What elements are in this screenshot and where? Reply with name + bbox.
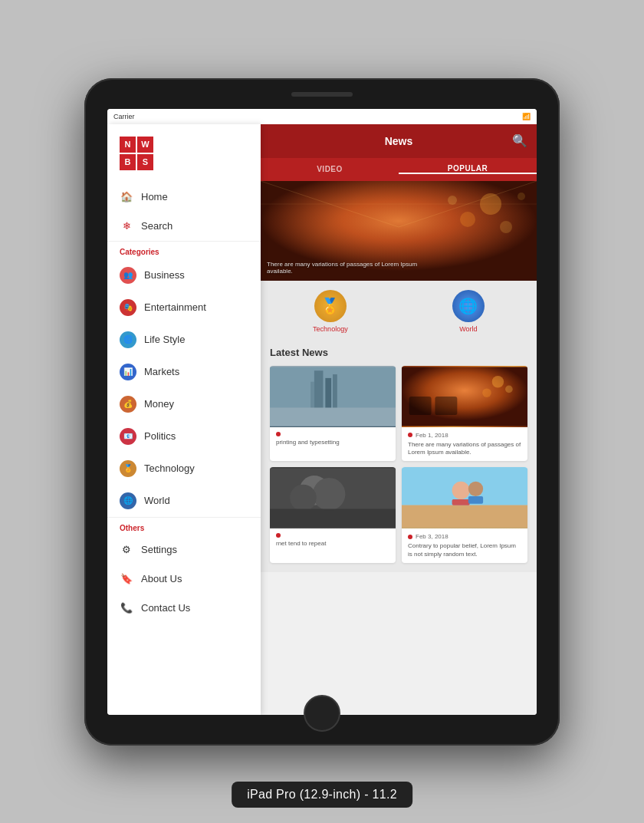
news-date-dot-3 <box>276 533 281 538</box>
news-body-1: printing and typesetting <box>270 427 396 451</box>
logo-cell-b: B <box>120 154 136 170</box>
nav-item-about[interactable]: 🔖 About Us <box>107 565 261 594</box>
world-circle-label: World <box>459 325 477 333</box>
contact-label: Contact Us <box>141 602 190 614</box>
nav-item-politics[interactable]: 📧 Politics <box>107 420 261 453</box>
money-label: Money <box>144 398 174 410</box>
logo-cell-w: W <box>137 137 153 153</box>
search-icon: ❄ <box>120 219 133 233</box>
news-text-3: rnet tend to repeat <box>276 540 389 548</box>
news-text-1: printing and typesetting <box>276 439 389 446</box>
search-label: Search <box>141 220 172 232</box>
nav-item-lifestyle[interactable]: 🌀 Life Style <box>107 324 261 356</box>
news-date-3 <box>276 533 389 538</box>
svg-point-17 <box>482 388 491 397</box>
svg-point-5 <box>460 212 475 227</box>
nav-item-technology[interactable]: 🏅 Technology <box>107 453 261 485</box>
logo-grid: N W B S <box>120 137 153 170</box>
home-label: Home <box>141 191 168 202</box>
screen: Carrier 📶 N W B S <box>107 109 537 715</box>
search-top-icon[interactable]: 🔍 <box>512 133 527 148</box>
markets-icon: 📊 <box>120 364 136 380</box>
svg-point-24 <box>290 485 317 512</box>
news-img-beach <box>402 467 527 528</box>
news-img-industrial <box>270 366 396 427</box>
news-date-1 <box>276 432 389 436</box>
nav-item-home[interactable]: 🏠 Home <box>107 183 261 212</box>
nav-item-markets[interactable]: 📊 Markets <box>107 356 261 388</box>
latest-news-header: Latest News <box>261 342 537 363</box>
about-icon: 🔖 <box>120 572 133 586</box>
svg-rect-30 <box>452 499 470 505</box>
hero-image: There are many variations of passages of… <box>261 181 537 281</box>
news-grid: printing and typesetting <box>261 363 537 573</box>
technology-circle-label: Technology <box>313 325 348 333</box>
news-date-dot-2 <box>408 433 412 437</box>
device-label: iPad Pro (12.9-inch) - 11.2 <box>232 782 412 808</box>
news-date-dot-4 <box>408 535 412 539</box>
svg-point-28 <box>452 482 470 499</box>
home-icon: 🏠 <box>120 190 133 204</box>
app-container: N W B S 🏠 Home ❄ Search <box>107 124 537 715</box>
tab-bar: VIDEO POPULAR <box>261 158 537 181</box>
technology-label: Technology <box>144 463 195 474</box>
cat-circle-technology[interactable]: 🏅 Technology <box>313 290 348 333</box>
svg-point-16 <box>492 375 504 387</box>
nav-item-money[interactable]: 💰 Money <box>107 388 261 420</box>
politics-icon: 📧 <box>120 428 136 445</box>
news-body-4: Feb 3, 2018 Contrary to popular belief, … <box>402 528 527 563</box>
nav-item-entertainment[interactable]: 🎭 Entertainment <box>107 291 261 324</box>
news-date-text-4: Feb 3, 2018 <box>416 533 449 540</box>
logo-cell-n: N <box>120 137 136 153</box>
settings-label: Settings <box>141 544 177 555</box>
news-date-4: Feb 3, 2018 <box>408 533 521 540</box>
svg-point-23 <box>313 478 345 510</box>
carrier-label: Carrier <box>113 113 135 120</box>
news-text-4: Contrary to popular belief, Lorem Ipsum … <box>408 542 521 558</box>
nav-item-search[interactable]: ❄ Search <box>107 212 261 241</box>
svg-point-4 <box>480 193 501 215</box>
categories-section-label: Categories <box>107 241 261 259</box>
markets-label: Markets <box>144 366 179 377</box>
technology-icon: 🏅 <box>120 460 136 477</box>
svg-rect-27 <box>402 505 527 528</box>
svg-rect-19 <box>409 397 432 415</box>
business-icon: 👥 <box>120 267 136 284</box>
tab-popular[interactable]: POPULAR <box>399 164 537 174</box>
svg-point-6 <box>500 221 512 233</box>
app-title: News <box>385 135 413 147</box>
lifestyle-icon: 🌀 <box>120 331 136 348</box>
nav-item-business[interactable]: 👥 Business <box>107 259 261 291</box>
sidebar: N W B S 🏠 Home ❄ Search <box>107 124 261 715</box>
tab-video[interactable]: VIDEO <box>261 165 399 173</box>
settings-icon: ⚙ <box>120 543 133 557</box>
technology-circle: 🏅 <box>314 290 347 322</box>
svg-rect-31 <box>468 496 483 504</box>
news-card-3[interactable]: rnet tend to repeat <box>270 467 396 563</box>
news-date-dot-1 <box>276 432 281 436</box>
politics-label: Politics <box>144 430 176 442</box>
news-body-3: rnet tend to repeat <box>270 528 396 552</box>
news-card-1[interactable]: printing and typesetting <box>270 366 396 462</box>
news-card-4[interactable]: Feb 3, 2018 Contrary to popular belief, … <box>402 467 527 563</box>
news-body-2: Feb 1, 2018 There are many variations of… <box>402 427 527 462</box>
news-card-2[interactable]: Feb 1, 2018 There are many variations of… <box>402 366 527 462</box>
news-img-airport <box>402 366 527 427</box>
lifestyle-label: Life Style <box>144 334 185 345</box>
news-date-2: Feb 1, 2018 <box>408 432 521 439</box>
nav-item-world[interactable]: 🌐 World <box>107 485 261 517</box>
main-content: News 🔍 VIDEO POPULAR <box>261 124 537 715</box>
money-icon: 💰 <box>120 396 136 413</box>
entertainment-icon: 🎭 <box>120 299 136 316</box>
news-date-text-2: Feb 1, 2018 <box>416 432 449 439</box>
hero-overlay-text: There are many variations of passages of… <box>267 261 420 275</box>
news-text-2: There are many variations of passages of… <box>408 441 521 457</box>
others-section-label: Others <box>107 517 261 535</box>
svg-point-8 <box>518 193 525 200</box>
nav-item-contact[interactable]: 📞 Contact Us <box>107 594 261 623</box>
news-img-crowd <box>270 467 396 528</box>
cat-circle-world[interactable]: 🌐 World <box>452 290 485 333</box>
wifi-icon: 📶 <box>522 113 531 120</box>
svg-point-18 <box>505 385 513 393</box>
nav-item-settings[interactable]: ⚙ Settings <box>107 535 261 565</box>
